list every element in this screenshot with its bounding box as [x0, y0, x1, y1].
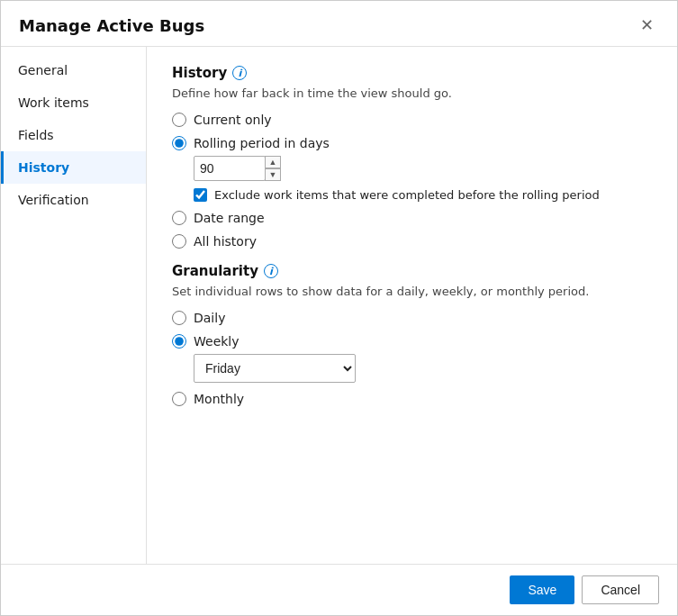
granularity-radio-group: Daily Weekly Sunday Monday Tuesday [172, 311, 652, 406]
spinner-buttons: ▲ ▼ [265, 156, 281, 181]
granularity-section: Granularity i Set individual rows to sho… [172, 263, 652, 406]
exclude-checkbox-label[interactable]: Exclude work items that were completed b… [194, 188, 652, 202]
granularity-description: Set individual rows to show data for a d… [172, 285, 652, 298]
rolling-days-input-wrap: ▲ ▼ [194, 156, 652, 181]
dialog-title: Manage Active Bugs [19, 16, 204, 35]
rolling-days-input[interactable] [194, 156, 266, 181]
radio-daily[interactable] [172, 311, 186, 325]
sidebar-item-fields[interactable]: Fields [1, 119, 146, 151]
main-content: History i Define how far back in time th… [147, 47, 677, 564]
history-section-title: History i [172, 65, 652, 81]
sidebar-item-history[interactable]: History [1, 151, 146, 184]
save-button[interactable]: Save [510, 575, 574, 604]
day-of-week-select[interactable]: Sunday Monday Tuesday Wednesday Thursday… [194, 354, 356, 383]
granularity-info-icon[interactable]: i [264, 264, 278, 278]
radio-all-history[interactable] [172, 234, 186, 249]
dialog-header: Manage Active Bugs ✕ [1, 1, 677, 47]
manage-active-bugs-dialog: Manage Active Bugs ✕ General Work items … [0, 0, 678, 616]
history-info-icon[interactable]: i [232, 66, 247, 80]
close-button[interactable]: ✕ [635, 15, 659, 35]
spinner-up-button[interactable]: ▲ [265, 156, 281, 168]
radio-rolling-period[interactable] [172, 136, 186, 150]
sidebar-item-work-items[interactable]: Work items [1, 86, 146, 119]
rolling-period-group: Rolling period in days ▲ ▼ Exclud [172, 136, 652, 202]
granularity-option-daily[interactable]: Daily [172, 311, 652, 325]
granularity-option-weekly[interactable]: Weekly [172, 334, 652, 349]
history-description: Define how far back in time the view sho… [172, 86, 652, 100]
radio-current-only[interactable] [172, 113, 186, 127]
spinner-down-button[interactable]: ▼ [265, 168, 281, 181]
radio-monthly[interactable] [172, 392, 186, 406]
dialog-footer: Save Cancel [1, 564, 677, 615]
history-option-date-range[interactable]: Date range [172, 211, 652, 225]
rolling-sub-options: ▲ ▼ Exclude work items that were complet… [194, 156, 652, 202]
sidebar: General Work items Fields History Verifi… [1, 47, 147, 564]
radio-date-range[interactable] [172, 211, 186, 225]
granularity-option-monthly[interactable]: Monthly [172, 392, 652, 406]
day-select-wrap: Sunday Monday Tuesday Wednesday Thursday… [194, 354, 652, 383]
sidebar-item-general[interactable]: General [1, 54, 146, 86]
dialog-body: General Work items Fields History Verifi… [1, 47, 677, 564]
history-option-rolling[interactable]: Rolling period in days [172, 136, 652, 150]
history-option-all-history[interactable]: All history [172, 234, 652, 249]
granularity-section-title: Granularity i [172, 263, 652, 279]
exclude-checkbox[interactable] [194, 188, 207, 202]
sidebar-item-verification[interactable]: Verification [1, 184, 146, 216]
history-option-current-only[interactable]: Current only [172, 113, 652, 127]
radio-weekly[interactable] [172, 334, 186, 349]
cancel-button[interactable]: Cancel [582, 575, 659, 604]
weekly-group: Weekly Sunday Monday Tuesday Wednesday T… [172, 334, 652, 383]
history-radio-group: Current only Rolling period in days ▲ ▼ [172, 113, 652, 249]
